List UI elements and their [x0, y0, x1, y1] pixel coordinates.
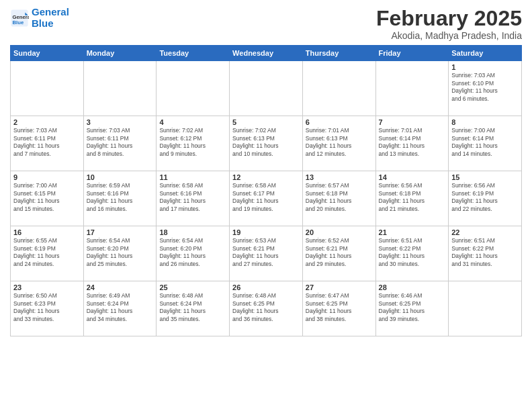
day-info: Sunrise: 6:56 AMSunset: 6:19 PMDaylight:…: [451, 182, 519, 213]
weekday-monday: Monday: [83, 46, 157, 61]
logo-icon: General Blue: [10, 9, 29, 28]
day-info: Sunrise: 6:53 AMSunset: 6:21 PMDaylight:…: [232, 237, 300, 268]
calendar-cell: [157, 61, 230, 116]
day-info: Sunrise: 6:54 AMSunset: 6:20 PMDaylight:…: [159, 237, 226, 268]
calendar-cell: 4Sunrise: 7:02 AMSunset: 6:12 PMDaylight…: [157, 116, 230, 171]
logo-text: GeneralBlue: [32, 7, 69, 29]
day-info: Sunrise: 7:00 AMSunset: 6:15 PMDaylight:…: [13, 182, 81, 213]
weekday-sunday: Sunday: [11, 46, 84, 61]
day-info: Sunrise: 7:02 AMSunset: 6:13 PMDaylight:…: [232, 127, 300, 158]
day-info: Sunrise: 6:58 AMSunset: 6:16 PMDaylight:…: [159, 182, 226, 213]
calendar-cell: [375, 61, 449, 116]
day-info: Sunrise: 6:55 AMSunset: 6:19 PMDaylight:…: [13, 237, 81, 268]
calendar-cell: [449, 281, 522, 336]
calendar-cell: 10Sunrise: 6:59 AMSunset: 6:16 PMDayligh…: [83, 171, 157, 226]
calendar-cell: 6Sunrise: 7:01 AMSunset: 6:13 PMDaylight…: [302, 116, 375, 171]
weekday-wednesday: Wednesday: [230, 46, 303, 61]
month-title: February 2025: [376, 7, 522, 30]
day-info: Sunrise: 6:52 AMSunset: 6:21 PMDaylight:…: [306, 237, 373, 268]
day-info: Sunrise: 6:57 AMSunset: 6:18 PMDaylight:…: [306, 182, 373, 213]
week-row-2: 9Sunrise: 7:00 AMSunset: 6:15 PMDaylight…: [11, 171, 522, 226]
calendar-cell: 17Sunrise: 6:54 AMSunset: 6:20 PMDayligh…: [83, 226, 157, 281]
day-number: 6: [306, 118, 373, 126]
day-info: Sunrise: 6:58 AMSunset: 6:17 PMDaylight:…: [232, 182, 300, 213]
day-number: 17: [87, 228, 154, 236]
day-info: Sunrise: 6:54 AMSunset: 6:20 PMDaylight:…: [87, 237, 154, 268]
calendar-cell: 21Sunrise: 6:51 AMSunset: 6:22 PMDayligh…: [375, 226, 449, 281]
calendar-cell: 1Sunrise: 7:03 AMSunset: 6:10 PMDaylight…: [449, 61, 522, 116]
calendar-cell: 20Sunrise: 6:52 AMSunset: 6:21 PMDayligh…: [302, 226, 375, 281]
day-number: 22: [451, 228, 519, 236]
calendar-cell: 28Sunrise: 6:46 AMSunset: 6:25 PMDayligh…: [375, 281, 449, 336]
day-info: Sunrise: 7:03 AMSunset: 6:10 PMDaylight:…: [451, 72, 519, 103]
page: General Blue GeneralBlue February 2025 A…: [0, 0, 532, 411]
day-info: Sunrise: 7:03 AMSunset: 6:11 PMDaylight:…: [13, 127, 81, 158]
day-info: Sunrise: 6:48 AMSunset: 6:25 PMDaylight:…: [232, 292, 300, 323]
calendar-cell: 27Sunrise: 6:47 AMSunset: 6:25 PMDayligh…: [302, 281, 375, 336]
calendar-cell: [11, 61, 84, 116]
calendar-cell: 14Sunrise: 6:56 AMSunset: 6:18 PMDayligh…: [375, 171, 449, 226]
day-number: 28: [379, 283, 446, 291]
day-info: Sunrise: 6:51 AMSunset: 6:22 PMDaylight:…: [451, 237, 519, 268]
header: General Blue GeneralBlue February 2025 A…: [10, 7, 522, 41]
week-row-3: 16Sunrise: 6:55 AMSunset: 6:19 PMDayligh…: [11, 226, 522, 281]
calendar-cell: 13Sunrise: 6:57 AMSunset: 6:18 PMDayligh…: [302, 171, 375, 226]
day-number: 8: [451, 118, 519, 126]
calendar-cell: 5Sunrise: 7:02 AMSunset: 6:13 PMDaylight…: [230, 116, 303, 171]
day-number: 5: [232, 118, 300, 126]
weekday-saturday: Saturday: [449, 46, 522, 61]
calendar-cell: 7Sunrise: 7:01 AMSunset: 6:14 PMDaylight…: [375, 116, 449, 171]
day-info: Sunrise: 6:51 AMSunset: 6:22 PMDaylight:…: [379, 237, 446, 268]
day-info: Sunrise: 7:01 AMSunset: 6:13 PMDaylight:…: [306, 127, 373, 158]
calendar-cell: 24Sunrise: 6:49 AMSunset: 6:24 PMDayligh…: [83, 281, 157, 336]
day-info: Sunrise: 6:49 AMSunset: 6:24 PMDaylight:…: [87, 292, 154, 323]
day-info: Sunrise: 6:56 AMSunset: 6:18 PMDaylight:…: [379, 182, 446, 213]
day-number: 20: [306, 228, 373, 236]
calendar-cell: 25Sunrise: 6:48 AMSunset: 6:24 PMDayligh…: [157, 281, 230, 336]
day-info: Sunrise: 6:46 AMSunset: 6:25 PMDaylight:…: [379, 292, 446, 323]
day-number: 24: [87, 283, 154, 291]
day-number: 13: [306, 173, 373, 181]
weekday-thursday: Thursday: [302, 46, 375, 61]
day-number: 18: [159, 228, 226, 236]
day-number: 10: [87, 173, 154, 181]
day-info: Sunrise: 6:59 AMSunset: 6:16 PMDaylight:…: [87, 182, 154, 213]
day-number: 21: [379, 228, 446, 236]
day-number: 25: [159, 283, 226, 291]
day-info: Sunrise: 7:01 AMSunset: 6:14 PMDaylight:…: [379, 127, 446, 158]
calendar-cell: 19Sunrise: 6:53 AMSunset: 6:21 PMDayligh…: [230, 226, 303, 281]
day-info: Sunrise: 6:48 AMSunset: 6:24 PMDaylight:…: [159, 292, 226, 323]
day-number: 26: [232, 283, 300, 291]
day-info: Sunrise: 7:02 AMSunset: 6:12 PMDaylight:…: [159, 127, 226, 158]
calendar-cell: 9Sunrise: 7:00 AMSunset: 6:15 PMDaylight…: [11, 171, 84, 226]
day-number: 4: [159, 118, 226, 126]
title-block: February 2025 Akodia, Madhya Pradesh, In…: [376, 7, 522, 41]
weekday-friday: Friday: [375, 46, 449, 61]
day-number: 27: [306, 283, 373, 291]
svg-text:Blue: Blue: [13, 19, 24, 26]
calendar-cell: 26Sunrise: 6:48 AMSunset: 6:25 PMDayligh…: [230, 281, 303, 336]
week-row-0: 1Sunrise: 7:03 AMSunset: 6:10 PMDaylight…: [11, 61, 522, 116]
calendar-cell: 11Sunrise: 6:58 AMSunset: 6:16 PMDayligh…: [157, 171, 230, 226]
calendar-cell: [302, 61, 375, 116]
day-number: 15: [451, 173, 519, 181]
calendar-cell: [230, 61, 303, 116]
calendar-cell: 15Sunrise: 6:56 AMSunset: 6:19 PMDayligh…: [449, 171, 522, 226]
calendar-cell: 3Sunrise: 7:03 AMSunset: 6:11 PMDaylight…: [83, 116, 157, 171]
week-row-1: 2Sunrise: 7:03 AMSunset: 6:11 PMDaylight…: [11, 116, 522, 171]
calendar-cell: 23Sunrise: 6:50 AMSunset: 6:23 PMDayligh…: [11, 281, 84, 336]
day-number: 12: [232, 173, 300, 181]
weekday-tuesday: Tuesday: [157, 46, 230, 61]
day-number: 14: [379, 173, 446, 181]
day-number: 11: [159, 173, 226, 181]
calendar-cell: 18Sunrise: 6:54 AMSunset: 6:20 PMDayligh…: [157, 226, 230, 281]
day-number: 1: [451, 63, 519, 71]
logo: General Blue GeneralBlue: [10, 7, 69, 29]
weekday-header-row: SundayMondayTuesdayWednesdayThursdayFrid…: [11, 46, 522, 61]
day-info: Sunrise: 7:00 AMSunset: 6:14 PMDaylight:…: [451, 127, 519, 158]
day-number: 19: [232, 228, 300, 236]
calendar-cell: 16Sunrise: 6:55 AMSunset: 6:19 PMDayligh…: [11, 226, 84, 281]
calendar-table: SundayMondayTuesdayWednesdayThursdayFrid…: [10, 45, 522, 336]
location-title: Akodia, Madhya Pradesh, India: [376, 30, 522, 41]
calendar-cell: 22Sunrise: 6:51 AMSunset: 6:22 PMDayligh…: [449, 226, 522, 281]
